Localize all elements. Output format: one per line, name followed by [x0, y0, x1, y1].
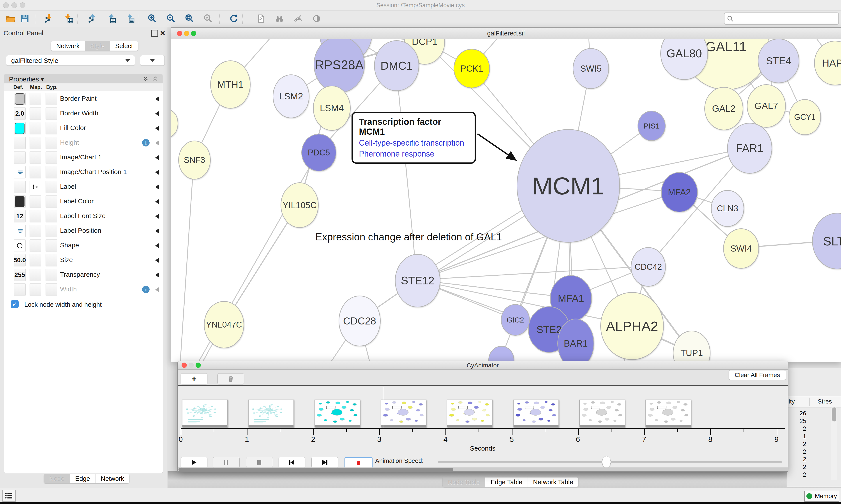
close-panel-icon[interactable]: ✕ — [160, 29, 165, 37]
node-gal7[interactable]: GAL7 — [747, 84, 786, 128]
frame-thumbnail-0[interactable] — [182, 399, 228, 427]
default-cell[interactable] — [14, 137, 25, 149]
default-cell[interactable] — [14, 93, 25, 105]
property-row-label[interactable]: Label — [4, 179, 163, 194]
default-cell[interactable] — [14, 195, 25, 208]
property-row-height[interactable]: Heighti — [4, 135, 163, 150]
default-cell[interactable]: 2.0 — [14, 107, 25, 120]
show-all-button[interactable] — [310, 13, 323, 25]
expand-all-icon[interactable] — [143, 76, 149, 82]
tab-network[interactable]: Network — [51, 41, 85, 51]
expand-property-arrow[interactable] — [155, 199, 159, 204]
scrollbar-thumb[interactable] — [179, 468, 453, 471]
import-network-button[interactable] — [43, 13, 55, 25]
expand-property-arrow[interactable] — [155, 111, 159, 116]
bypass-cell[interactable] — [46, 254, 57, 267]
mapping-cell[interactable] — [30, 137, 41, 149]
open-session-button[interactable] — [4, 13, 17, 25]
playhead[interactable] — [382, 387, 383, 429]
bypass-cell[interactable] — [46, 166, 57, 178]
tab-node[interactable]: Node — [44, 474, 70, 483]
property-row-label-color[interactable]: Label Color — [4, 194, 163, 209]
default-cell[interactable]: 12 — [14, 210, 25, 222]
mapping-cell[interactable] — [30, 210, 41, 222]
default-cell[interactable] — [14, 283, 25, 296]
expand-property-arrow[interactable] — [155, 126, 159, 131]
delete-frame-button[interactable] — [217, 373, 244, 384]
node-mcm1[interactable]: MCM1 — [517, 129, 620, 242]
default-cell[interactable] — [14, 151, 25, 164]
node-gal2[interactable]: GAL2 — [704, 87, 743, 130]
search-input[interactable] — [736, 14, 833, 23]
default-cell[interactable] — [14, 224, 25, 237]
property-row-label-position[interactable]: Label Position — [4, 223, 163, 238]
node-snf3[interactable]: SNF3 — [178, 141, 211, 180]
bypass-cell[interactable] — [46, 107, 57, 120]
mapping-cell[interactable] — [30, 181, 41, 193]
property-row-fill-color[interactable]: Fill Color — [4, 121, 163, 136]
property-row-border-paint[interactable]: Border Paint — [4, 91, 163, 106]
node-yil105c[interactable]: YIL105C — [281, 182, 319, 228]
frame-thumbnail-7[interactable] — [645, 399, 691, 427]
frame-thumbnail-3[interactable] — [381, 399, 426, 427]
tab-edge-table[interactable]: Edge Table — [485, 478, 528, 487]
mapping-cell[interactable] — [30, 195, 41, 208]
zoom-out-button[interactable] — [165, 13, 177, 25]
property-row-shape[interactable]: Shape — [4, 238, 163, 253]
property-row-transparency[interactable]: 255Transparency — [4, 267, 163, 282]
expand-property-arrow[interactable] — [155, 287, 159, 292]
clear-all-frames-button[interactable]: Clear All Frames — [729, 370, 786, 380]
memory-button[interactable]: Memory — [804, 491, 839, 502]
node-ynl047c[interactable]: YNL047C — [204, 301, 244, 348]
tab-style[interactable]: Style — [85, 41, 110, 51]
network-canvas[interactable]: GAL11GAL80RPS28BRPS28ADCP1DMC1PCK1SWI5ST… — [171, 39, 841, 362]
default-cell[interactable] — [14, 239, 25, 252]
mapping-cell[interactable] — [30, 254, 41, 267]
node-dmc1[interactable]: DMC1 — [374, 40, 419, 91]
task-history-button[interactable] — [2, 490, 16, 502]
frame-thumbnail-1[interactable] — [248, 399, 294, 427]
save-session-button[interactable] — [19, 13, 31, 25]
frame-thumbnail-2[interactable] — [315, 399, 360, 427]
bypass-cell[interactable] — [46, 283, 57, 296]
search-box[interactable] — [724, 13, 839, 25]
tab-network[interactable]: Network — [95, 474, 129, 483]
node-alpha2[interactable]: ALPHA2 — [600, 292, 664, 360]
property-row-size[interactable]: 50.0Size — [4, 253, 163, 268]
expand-property-arrow[interactable] — [155, 273, 159, 277]
expand-property-arrow[interactable] — [155, 229, 159, 233]
expand-property-arrow[interactable] — [155, 170, 159, 175]
zoom-selected-button[interactable] — [202, 13, 214, 25]
bypass-cell[interactable] — [46, 224, 57, 237]
mapping-cell[interactable] — [30, 224, 41, 237]
tab-network-table[interactable]: Network Table — [528, 478, 578, 487]
frame-thumbnail-6[interactable] — [579, 399, 625, 427]
info-icon[interactable]: i — [142, 286, 149, 293]
copy-network-button[interactable] — [255, 13, 267, 25]
style-selector[interactable]: galFiltered Style — [6, 55, 135, 66]
export-image-button[interactable] — [124, 13, 136, 25]
mapping-cell[interactable] — [30, 122, 41, 134]
node-far1[interactable]: FAR1 — [727, 123, 772, 174]
add-frame-button[interactable]: + — [181, 373, 208, 384]
speed-slider-knob[interactable] — [602, 456, 611, 468]
import-table-button[interactable] — [62, 13, 75, 25]
lock-checkbox[interactable]: ✓ — [11, 300, 19, 308]
node-mfa2[interactable]: MFA2 — [661, 172, 698, 212]
node-cln3[interactable]: CLN3 — [711, 190, 744, 227]
expand-property-arrow[interactable] — [155, 214, 159, 219]
properties-header[interactable]: Properties ▾ — [4, 74, 163, 84]
mapping-cell[interactable] — [30, 107, 41, 120]
frame-thumbnail-5[interactable] — [513, 399, 559, 427]
expand-property-arrow[interactable] — [155, 243, 159, 248]
info-icon[interactable]: i — [142, 139, 149, 146]
property-row-border-width[interactable]: 2.0Border Width — [4, 106, 163, 121]
expand-property-arrow[interactable] — [155, 141, 159, 145]
node-pdc5[interactable]: PDC5 — [301, 134, 336, 172]
style-options-button[interactable] — [140, 55, 165, 66]
expand-property-arrow[interactable] — [155, 155, 159, 160]
tab-node-table[interactable]: Node Table — [443, 478, 485, 487]
default-cell[interactable]: 255 — [14, 269, 25, 281]
cyanimator-titlebar[interactable]: CyAnimator — [178, 361, 788, 370]
node-cdc28[interactable]: CDC28 — [339, 295, 381, 346]
